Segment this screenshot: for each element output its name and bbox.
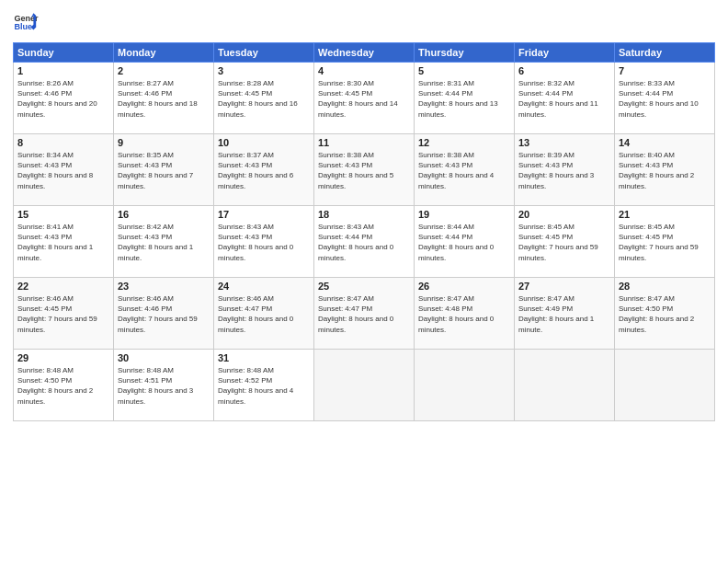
calendar-cell xyxy=(515,350,615,421)
calendar-cell: 7Sunrise: 8:33 AMSunset: 4:44 PMDaylight… xyxy=(615,63,715,134)
day-number: 10 xyxy=(218,137,310,148)
calendar-week-4: 22Sunrise: 8:46 AMSunset: 4:45 PMDayligh… xyxy=(14,278,715,350)
day-info: Sunrise: 8:48 AMSunset: 4:52 PMDaylight:… xyxy=(218,365,310,407)
calendar-header-tuesday: Tuesday xyxy=(214,43,314,63)
day-info: Sunrise: 8:32 AMSunset: 4:44 PMDaylight:… xyxy=(518,78,610,120)
calendar-header-row: SundayMondayTuesdayWednesdayThursdayFrid… xyxy=(14,43,715,63)
day-number: 12 xyxy=(418,137,510,148)
calendar-cell: 28Sunrise: 8:47 AMSunset: 4:50 PMDayligh… xyxy=(615,278,715,350)
calendar-week-2: 8Sunrise: 8:34 AMSunset: 4:43 PMDaylight… xyxy=(14,134,715,206)
day-number: 9 xyxy=(118,137,210,148)
day-info: Sunrise: 8:43 AMSunset: 4:44 PMDaylight:… xyxy=(318,222,410,263)
day-info: Sunrise: 8:42 AMSunset: 4:43 PMDaylight:… xyxy=(118,222,210,263)
calendar-cell: 4Sunrise: 8:30 AMSunset: 4:45 PMDaylight… xyxy=(314,63,415,134)
calendar-cell: 25Sunrise: 8:47 AMSunset: 4:47 PMDayligh… xyxy=(314,278,415,350)
calendar-cell: 10Sunrise: 8:37 AMSunset: 4:43 PMDayligh… xyxy=(214,134,314,206)
day-info: Sunrise: 8:33 AMSunset: 4:44 PMDaylight:… xyxy=(619,78,711,120)
day-number: 21 xyxy=(619,209,711,220)
day-number: 5 xyxy=(418,65,510,76)
calendar-cell: 24Sunrise: 8:46 AMSunset: 4:47 PMDayligh… xyxy=(214,278,314,350)
calendar-cell xyxy=(415,350,515,421)
day-info: Sunrise: 8:48 AMSunset: 4:51 PMDaylight:… xyxy=(118,365,210,407)
day-info: Sunrise: 8:44 AMSunset: 4:44 PMDaylight:… xyxy=(418,222,510,263)
day-info: Sunrise: 8:27 AMSunset: 4:46 PMDaylight:… xyxy=(118,78,210,120)
calendar-header-thursday: Thursday xyxy=(415,43,515,63)
day-number: 29 xyxy=(17,352,109,363)
day-info: Sunrise: 8:26 AMSunset: 4:46 PMDaylight:… xyxy=(17,78,109,120)
calendar-header-saturday: Saturday xyxy=(615,43,715,63)
day-number: 8 xyxy=(17,137,109,148)
calendar-cell: 9Sunrise: 8:35 AMSunset: 4:43 PMDaylight… xyxy=(114,134,214,206)
day-info: Sunrise: 8:46 AMSunset: 4:47 PMDaylight:… xyxy=(218,293,310,335)
day-number: 4 xyxy=(318,65,410,76)
day-info: Sunrise: 8:48 AMSunset: 4:50 PMDaylight:… xyxy=(17,365,109,407)
day-info: Sunrise: 8:47 AMSunset: 4:48 PMDaylight:… xyxy=(418,293,510,335)
generalblue-logo-icon: General Blue xyxy=(13,9,39,35)
calendar-cell: 26Sunrise: 8:47 AMSunset: 4:48 PMDayligh… xyxy=(415,278,515,350)
calendar-cell: 29Sunrise: 8:48 AMSunset: 4:50 PMDayligh… xyxy=(14,350,114,421)
day-info: Sunrise: 8:45 AMSunset: 4:45 PMDaylight:… xyxy=(619,222,711,263)
day-info: Sunrise: 8:38 AMSunset: 4:43 PMDaylight:… xyxy=(318,150,410,191)
calendar-cell: 6Sunrise: 8:32 AMSunset: 4:44 PMDaylight… xyxy=(515,63,615,134)
day-number: 15 xyxy=(17,209,109,220)
calendar-cell: 2Sunrise: 8:27 AMSunset: 4:46 PMDaylight… xyxy=(114,63,214,134)
day-number: 24 xyxy=(218,281,310,292)
calendar-cell: 22Sunrise: 8:46 AMSunset: 4:45 PMDayligh… xyxy=(14,278,114,350)
day-number: 25 xyxy=(318,281,410,292)
day-info: Sunrise: 8:47 AMSunset: 4:47 PMDaylight:… xyxy=(318,293,410,335)
svg-text:Blue: Blue xyxy=(14,22,32,31)
calendar-cell: 16Sunrise: 8:42 AMSunset: 4:43 PMDayligh… xyxy=(114,206,214,278)
calendar-cell xyxy=(314,350,415,421)
day-info: Sunrise: 8:31 AMSunset: 4:44 PMDaylight:… xyxy=(418,78,510,120)
day-number: 13 xyxy=(518,137,610,148)
calendar-cell: 15Sunrise: 8:41 AMSunset: 4:43 PMDayligh… xyxy=(14,206,114,278)
calendar-cell: 27Sunrise: 8:47 AMSunset: 4:49 PMDayligh… xyxy=(515,278,615,350)
day-number: 28 xyxy=(619,281,711,292)
day-number: 16 xyxy=(118,209,210,220)
day-info: Sunrise: 8:39 AMSunset: 4:43 PMDaylight:… xyxy=(518,150,610,191)
day-number: 31 xyxy=(218,352,310,363)
day-info: Sunrise: 8:40 AMSunset: 4:43 PMDaylight:… xyxy=(619,150,711,191)
day-info: Sunrise: 8:47 AMSunset: 4:49 PMDaylight:… xyxy=(518,293,610,335)
calendar-cell: 1Sunrise: 8:26 AMSunset: 4:46 PMDaylight… xyxy=(14,63,114,134)
calendar-cell: 3Sunrise: 8:28 AMSunset: 4:45 PMDaylight… xyxy=(214,63,314,134)
calendar-cell: 12Sunrise: 8:38 AMSunset: 4:43 PMDayligh… xyxy=(415,134,515,206)
day-info: Sunrise: 8:47 AMSunset: 4:50 PMDaylight:… xyxy=(619,293,711,335)
calendar-cell: 5Sunrise: 8:31 AMSunset: 4:44 PMDaylight… xyxy=(415,63,515,134)
day-number: 7 xyxy=(619,65,711,76)
day-number: 1 xyxy=(17,65,109,76)
calendar-header-wednesday: Wednesday xyxy=(314,43,415,63)
day-number: 19 xyxy=(418,209,510,220)
day-number: 6 xyxy=(518,65,610,76)
day-info: Sunrise: 8:35 AMSunset: 4:43 PMDaylight:… xyxy=(118,150,210,191)
calendar-header-sunday: Sunday xyxy=(14,43,114,63)
day-number: 3 xyxy=(218,65,310,76)
calendar-header-friday: Friday xyxy=(515,43,615,63)
calendar-table: SundayMondayTuesdayWednesdayThursdayFrid… xyxy=(13,42,715,421)
calendar-cell: 30Sunrise: 8:48 AMSunset: 4:51 PMDayligh… xyxy=(114,350,214,421)
calendar-header-monday: Monday xyxy=(114,43,214,63)
day-info: Sunrise: 8:46 AMSunset: 4:46 PMDaylight:… xyxy=(118,293,210,335)
day-number: 17 xyxy=(218,209,310,220)
day-info: Sunrise: 8:38 AMSunset: 4:43 PMDaylight:… xyxy=(418,150,510,191)
day-info: Sunrise: 8:41 AMSunset: 4:43 PMDaylight:… xyxy=(17,222,109,263)
calendar-cell: 23Sunrise: 8:46 AMSunset: 4:46 PMDayligh… xyxy=(114,278,214,350)
day-info: Sunrise: 8:43 AMSunset: 4:43 PMDaylight:… xyxy=(218,222,310,263)
calendar-cell: 31Sunrise: 8:48 AMSunset: 4:52 PMDayligh… xyxy=(214,350,314,421)
day-info: Sunrise: 8:37 AMSunset: 4:43 PMDaylight:… xyxy=(218,150,310,191)
day-info: Sunrise: 8:34 AMSunset: 4:43 PMDaylight:… xyxy=(17,150,109,191)
day-info: Sunrise: 8:30 AMSunset: 4:45 PMDaylight:… xyxy=(318,78,410,120)
day-number: 20 xyxy=(518,209,610,220)
day-info: Sunrise: 8:45 AMSunset: 4:45 PMDaylight:… xyxy=(518,222,610,263)
logo: General Blue xyxy=(13,9,39,35)
calendar-cell: 21Sunrise: 8:45 AMSunset: 4:45 PMDayligh… xyxy=(615,206,715,278)
calendar-week-3: 15Sunrise: 8:41 AMSunset: 4:43 PMDayligh… xyxy=(14,206,715,278)
calendar-cell: 19Sunrise: 8:44 AMSunset: 4:44 PMDayligh… xyxy=(415,206,515,278)
calendar-week-5: 29Sunrise: 8:48 AMSunset: 4:50 PMDayligh… xyxy=(14,350,715,421)
calendar-cell: 8Sunrise: 8:34 AMSunset: 4:43 PMDaylight… xyxy=(14,134,114,206)
day-number: 11 xyxy=(318,137,410,148)
day-info: Sunrise: 8:28 AMSunset: 4:45 PMDaylight:… xyxy=(218,78,310,120)
day-info: Sunrise: 8:46 AMSunset: 4:45 PMDaylight:… xyxy=(17,293,109,335)
day-number: 26 xyxy=(418,281,510,292)
calendar-week-1: 1Sunrise: 8:26 AMSunset: 4:46 PMDaylight… xyxy=(14,63,715,134)
